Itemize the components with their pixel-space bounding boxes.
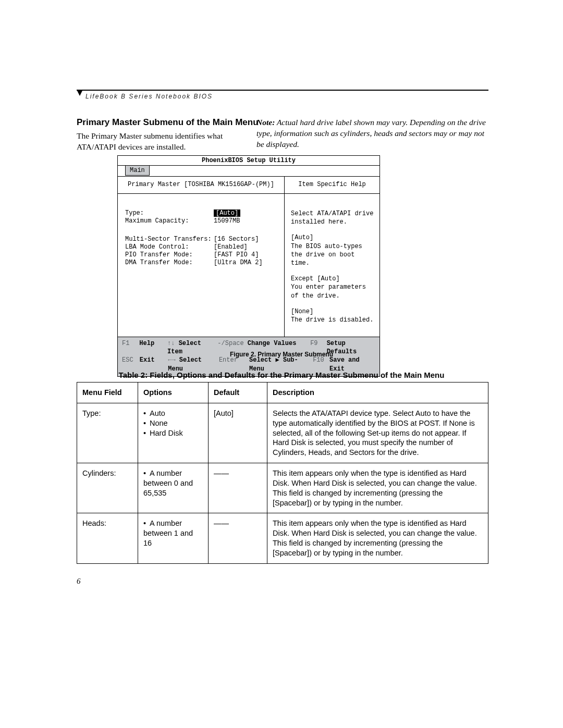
option-item: Hard Disk <box>143 428 203 438</box>
bios-field-label: LBA Mode Control: <box>125 243 214 251</box>
bios-field-label: Type: <box>125 209 214 217</box>
bios-field-value: [FAST PIO 4] <box>214 251 259 258</box>
bios-tab-row: Main <box>118 166 380 177</box>
intro-paragraph-left: The Primary Master submenu identifies wh… <box>77 131 243 153</box>
cell-desc: Selects the ATA/ATAPI device type. Selec… <box>267 403 488 463</box>
bios-title: PhoenixBIOS Setup Utility <box>118 156 380 166</box>
cell-desc: This item appears only when the type is … <box>267 513 488 563</box>
key-updown[interactable]: ↑↓ <box>167 340 175 347</box>
document-page: LifeBook B Series Notebook BIOS Primary … <box>0 0 563 728</box>
bios-help-p4: [None]The drive is disabled. <box>291 307 374 324</box>
bios-help-header: Item Specific Help <box>285 177 380 194</box>
table-row: Cylinders: A number between 0 and 65,535… <box>77 463 488 513</box>
bios-field-value: [16 Sectors] <box>214 236 259 243</box>
table-header-row: Menu Field Options Default Description <box>77 382 488 403</box>
table-row: Type: Auto None Hard Disk [Auto] Selects… <box>77 403 488 463</box>
bios-field-value-selected[interactable]: [Auto] <box>214 209 240 217</box>
bios-field-type[interactable]: Type: [Auto] <box>125 209 278 217</box>
cell-default: —— <box>209 513 267 563</box>
note-text: Actual hard drive label shown may vary. … <box>256 118 486 149</box>
bios-help-p1: Select ATA/ATAPI drive installed here. <box>291 209 374 226</box>
header-marker-icon <box>77 90 83 96</box>
figure-caption: Figure 2. Primary Master Submenu <box>0 351 563 358</box>
bios-help-body: Select ATA/ATAPI drive installed here. [… <box>285 194 380 337</box>
bios-field-label: PIO Transfer Mode: <box>125 251 214 258</box>
bios-help-p3: Except [Auto]You enter parameters of the… <box>291 275 374 300</box>
bios-field-lba[interactable]: LBA Mode Control: [Enabled] <box>125 243 278 251</box>
running-header: LifeBook B Series Notebook BIOS <box>85 93 213 100</box>
options-table: Menu Field Options Default Description T… <box>77 382 488 564</box>
bios-right-panel: Item Specific Help Select ATA/ATAPI driv… <box>285 177 380 337</box>
bios-field-dma[interactable]: DMA Transfer Mode: [Ultra DMA 2] <box>125 259 278 266</box>
note-label: Note: <box>256 118 275 127</box>
th-description: Description <box>267 382 488 403</box>
cell-field: Type: <box>77 403 138 463</box>
th-default: Default <box>209 382 267 403</box>
bios-field-value: [Enabled] <box>214 243 248 251</box>
bios-field-label: DMA Transfer Mode: <box>125 259 214 266</box>
cell-options: Auto None Hard Disk <box>138 403 209 463</box>
cell-desc: This item appears only when the type is … <box>267 463 488 513</box>
bios-field-value: 15097MB <box>214 217 240 225</box>
page-number: 6 <box>77 577 81 586</box>
cell-field: Heads: <box>77 513 138 563</box>
intro-paragraph-right: Note: Actual hard drive label shown may … <box>256 117 488 150</box>
cell-default: —— <box>209 463 267 513</box>
th-menu-field: Menu Field <box>77 382 138 403</box>
cell-default: [Auto] <box>209 403 267 463</box>
section-title: Primary Master Submenu of the Main Menu <box>77 117 259 128</box>
option-item: A number between 1 and 16 <box>143 519 203 548</box>
option-item: None <box>143 418 203 428</box>
cell-options: A number between 0 and 65,535 <box>138 463 209 513</box>
bios-field-max-capacity: Maximum Capacity: 15097MB <box>125 217 278 225</box>
option-item: A number between 0 and 65,535 <box>143 468 203 498</box>
cell-field: Cylinders: <box>77 463 138 513</box>
bios-field-label: Maximum Capacity: <box>125 217 214 225</box>
bios-help-p2: [Auto]The BIOS auto-types the drive on b… <box>291 233 374 267</box>
bios-screenshot: PhoenixBIOS Setup Utility Main Primary M… <box>117 155 380 377</box>
th-options: Options <box>138 382 209 403</box>
table-row: Heads: A number between 1 and 16 —— This… <box>77 513 488 563</box>
cell-options: A number between 1 and 16 <box>138 513 209 563</box>
header-rule <box>77 90 488 91</box>
bios-left-panel: Primary Master [TOSHIBA MK1516GAP-(PM)] … <box>118 177 285 337</box>
option-item: Auto <box>143 409 203 418</box>
bios-field-pio[interactable]: PIO Transfer Mode: [FAST PIO 4] <box>125 251 278 258</box>
bios-field-multi-sector[interactable]: Multi-Sector Transfers: [16 Sectors] <box>125 236 278 243</box>
bios-field-label: Multi-Sector Transfers: <box>125 236 214 243</box>
bios-left-header: Primary Master [TOSHIBA MK1516GAP-(PM)] <box>118 177 284 194</box>
bios-tab-main[interactable]: Main <box>125 166 150 176</box>
table-caption: Table 2: Fields, Options and Defaults fo… <box>0 371 563 379</box>
bios-field-value: [Ultra DMA 2] <box>214 259 263 266</box>
